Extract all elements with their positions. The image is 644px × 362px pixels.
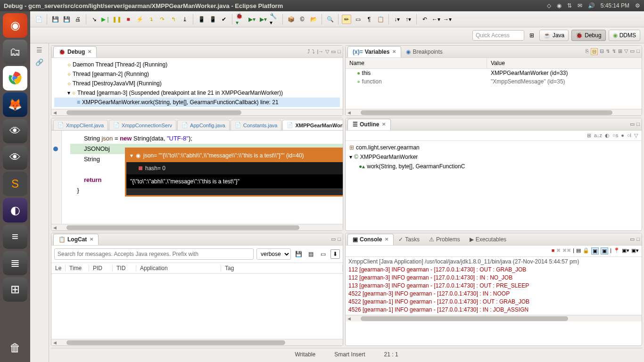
run-icon[interactable]: ▶▾ — [247, 15, 256, 24]
maximize-icon[interactable]: □ — [636, 48, 640, 55]
scroll-lock-icon[interactable]: 🔒 — [583, 247, 589, 255]
hide-fields-icon[interactable]: ◐ — [605, 132, 610, 139]
launcher-chrome[interactable] — [3, 66, 27, 90]
clear-console-icon[interactable]: ▤ — [576, 247, 581, 255]
launcher-sublime[interactable]: S — [3, 172, 27, 196]
outline-tree[interactable]: ⊞com.light.server.gearman ▾©XMPPGearManW… — [346, 141, 642, 173]
hide-nonpublic-icon[interactable]: ● — [621, 132, 624, 139]
save-icon[interactable]: 💾 — [50, 15, 60, 24]
expand-icon[interactable]: ▾ — [349, 152, 352, 162]
show-logical-icon[interactable]: ⊟ — [591, 48, 598, 55]
collapse-icon[interactable]: ⊟ — [600, 48, 604, 55]
hover-scrollbar[interactable] — [126, 189, 343, 195]
maximize-icon[interactable]: □ — [636, 121, 640, 127]
breakpoints-tab[interactable]: ◉ Breakpoints — [401, 46, 447, 58]
view-menu-icon[interactable]: ▽ — [634, 132, 638, 139]
maximize-icon[interactable]: □ — [338, 236, 341, 242]
scrollbar-horizontal[interactable]: ◀ — [346, 315, 642, 321]
back-icon[interactable]: ←▾ — [431, 15, 441, 24]
sort-icon[interactable]: ⊞ — [587, 132, 591, 139]
minimized-view-icon[interactable]: ☰ — [36, 46, 42, 54]
launcher-app-3[interactable]: ≡ — [3, 224, 27, 249]
scrollbar-horizontal[interactable]: ◀ — [51, 339, 343, 346]
open-console-icon[interactable]: ▣▾ — [631, 247, 639, 255]
show-console-icon[interactable]: ▣ — [591, 247, 599, 255]
skip-breakpoints-icon[interactable]: ↘ — [90, 15, 99, 24]
terminate-icon[interactable]: ■ — [552, 247, 555, 255]
quick-access-input[interactable]: Quick Access — [472, 30, 524, 41]
ext-tools-icon[interactable]: 🔧▾ — [270, 15, 279, 24]
col-time[interactable]: Time — [66, 265, 89, 272]
variables-tab[interactable]: (x)= Variables ✕ — [347, 46, 401, 58]
show-whitespace-icon[interactable]: ¶ — [364, 15, 374, 24]
launcher-workspace[interactable]: ⊞ — [3, 277, 27, 302]
launcher-files[interactable]: 🗂 — [3, 40, 27, 64]
debug-icon[interactable]: 🐞▾ — [236, 15, 245, 24]
minimize-icon[interactable]: ▭ — [630, 121, 635, 127]
drop-frame-icon[interactable]: ⤓ — [180, 15, 190, 24]
show-type-icon[interactable]: ⎘ — [586, 48, 589, 55]
save-all-icon[interactable]: 💾 — [62, 15, 71, 24]
variables-rows[interactable]: ● this XMPPGearManWorker (id=33) ● funct… — [346, 69, 642, 86]
terminate-icon[interactable]: ■ — [124, 15, 133, 24]
new-icon[interactable]: 📄 — [34, 15, 43, 24]
dropbox-icon[interactable]: ◇ — [547, 2, 551, 9]
scroll-lock-icon[interactable]: ⬇ — [330, 249, 340, 259]
view-menu-icon[interactable]: ▽ — [325, 49, 329, 55]
run-last-icon[interactable]: ▶▾ — [258, 15, 268, 24]
scrollbar-horizontal[interactable]: ◀ — [346, 109, 642, 115]
view-menu-icon[interactable]: ▽ — [624, 48, 628, 55]
debug-hover-tooltip[interactable]: ▾◉json= ""{\\"to\\":\\"abhi\\",\\"messag… — [125, 148, 343, 197]
col-name[interactable]: Name — [346, 58, 487, 68]
sort-az-icon[interactable]: a↓z — [594, 132, 602, 139]
col-tid[interactable]: TID — [113, 265, 136, 272]
save-log-icon[interactable]: 💾 — [294, 249, 303, 259]
avd-icon[interactable]: 📱 — [208, 15, 217, 24]
clear-log-icon[interactable]: ▤ — [306, 249, 315, 259]
scrollbar-horizontal[interactable]: ◀ — [51, 109, 343, 115]
display-filters-icon[interactable]: ▭ — [318, 249, 328, 259]
col-level[interactable]: Le — [51, 265, 66, 272]
debug-tool-icon[interactable]: ⤴ — [307, 49, 310, 55]
step-return-icon[interactable]: ↰ — [169, 15, 178, 24]
clock[interactable]: 5:45:14 PM — [601, 2, 629, 9]
launcher-app-1[interactable]: 👁 — [3, 119, 27, 143]
variable-row[interactable]: ● function "XmppSendMessage" (id=35) — [346, 77, 642, 86]
problems-tab[interactable]: ⚠Problems — [424, 234, 465, 245]
editor-tab[interactable]: 📄Constants.java — [231, 120, 282, 130]
tool-icon-2[interactable]: ↯ — [612, 48, 616, 55]
col-pid[interactable]: PID — [89, 265, 113, 272]
close-icon[interactable]: ✕ — [90, 237, 93, 242]
sound-icon[interactable]: 🔊 — [588, 2, 595, 9]
editor-tab[interactable]: 📄XmppClient.java — [53, 120, 108, 130]
console-tab[interactable]: ▣ Console ✕ — [347, 234, 394, 245]
disconnect-icon[interactable]: ⚡ — [135, 15, 144, 24]
perspective-ddms[interactable]: ◉DDMS — [609, 30, 640, 41]
forward-icon[interactable]: →▾ — [443, 15, 452, 24]
perspective-debug[interactable]: 🐞Debug — [571, 30, 605, 41]
editor-body[interactable]: String json = new String(data, "UTF-8");… — [51, 131, 343, 224]
show-stderr-icon[interactable]: ▣ — [601, 247, 608, 255]
toggle-mark-icon[interactable]: ✏ — [342, 15, 351, 24]
resume-icon[interactable]: ▶❘ — [101, 15, 110, 24]
variable-row[interactable]: ● this XMPPGearManWorker (id=33) — [346, 69, 642, 77]
launcher-app-4[interactable]: ≣ — [3, 251, 27, 275]
open-type-icon[interactable]: 📂 — [309, 15, 318, 24]
step-into-icon[interactable]: ↴ — [146, 15, 156, 24]
chrome-indicator-icon[interactable]: ◉ — [557, 2, 561, 9]
close-icon[interactable]: ✕ — [392, 49, 396, 54]
remove-launch-icon[interactable]: ✖ — [556, 247, 561, 255]
close-icon[interactable]: ✕ — [88, 49, 91, 54]
last-edit-icon[interactable]: ↶ — [420, 15, 429, 24]
tool-icon-3[interactable]: ⊞ — [618, 48, 622, 55]
minimized-view-icon-2[interactable]: 🔗 — [35, 58, 43, 66]
lint-icon[interactable]: ✔ — [219, 15, 229, 24]
hide-local-icon[interactable]: ○l — [627, 132, 631, 139]
outline-tab[interactable]: ☰ Outline ✕ — [347, 119, 391, 130]
logcat-search-input[interactable] — [54, 248, 254, 260]
editor-tab[interactable]: 📄AppConfig.java — [177, 120, 230, 130]
mail-icon[interactable]: ✉ — [578, 2, 582, 9]
tool-icon[interactable]: ↯ — [606, 48, 610, 55]
debug-tool-icon-2[interactable]: ⤵ — [312, 49, 315, 55]
toggle-breadcrumb-icon[interactable]: 📋 — [376, 15, 385, 24]
